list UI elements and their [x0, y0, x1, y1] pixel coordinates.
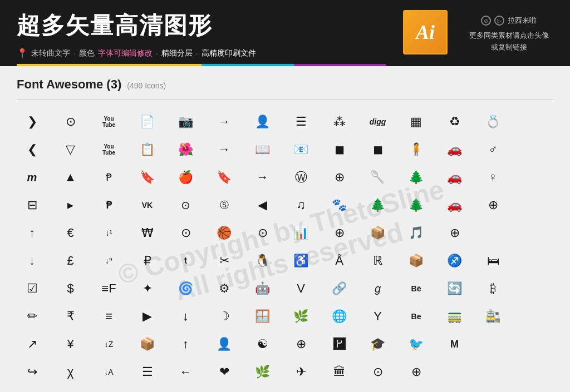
icon-cell[interactable]: ↗ [17, 331, 47, 358]
icon-cell[interactable]: ☯ [247, 331, 278, 358]
icon-cell[interactable]: ⊙ [247, 220, 278, 246]
icon-cell[interactable]: ⊕ [324, 164, 355, 191]
icon-cell[interactable]: ❮ [17, 136, 47, 163]
icon-cell[interactable]: 🪟 [247, 303, 278, 330]
icon-cell[interactable]: ❤ [209, 359, 239, 385]
icon-cell[interactable]: ↓ [170, 303, 201, 330]
icon-cell[interactable]: ↓¹ [94, 220, 124, 246]
icon-cell[interactable]: £ [55, 247, 86, 274]
icon-cell[interactable]: 🚃 [439, 303, 470, 330]
icon-cell[interactable]: ≡F [94, 275, 124, 302]
icon-cell[interactable]: digg [362, 108, 393, 135]
icon-cell[interactable]: ♻ [439, 108, 470, 135]
icon-cell[interactable]: ◀ [247, 192, 278, 219]
icon-cell[interactable]: Ᵽ [94, 192, 124, 219]
icon-cell[interactable]: YouTube [94, 136, 124, 163]
icon-cell[interactable]: ⊕ [478, 192, 508, 219]
icon-cell[interactable]: ⊙ [170, 220, 201, 246]
icon-cell[interactable]: g [362, 275, 393, 302]
icon-cell[interactable]: ◼ [362, 136, 393, 163]
icon-cell[interactable]: 📊 [286, 220, 316, 246]
icon-cell[interactable]: 🚗 [439, 192, 470, 219]
icon-cell[interactable]: ⊙ [362, 359, 393, 385]
icon-cell[interactable]: 👤 [247, 108, 278, 135]
icon-cell[interactable]: Å [324, 247, 355, 274]
icon-cell[interactable]: ⚙ [209, 275, 239, 302]
icon-cell[interactable]: 🐦 [401, 331, 431, 358]
icon-cell[interactable]: ♿ [286, 247, 316, 274]
icon-cell[interactable]: 📦 [362, 220, 393, 246]
icon-cell[interactable]: ₿ [478, 275, 508, 302]
icon-cell[interactable]: ✦ [132, 275, 163, 302]
icon-cell[interactable]: ✈ [286, 359, 316, 385]
icon-cell[interactable]: ↪ [17, 359, 47, 385]
icon-cell[interactable]: M [439, 331, 470, 358]
icon-cell[interactable]: ↓Z [94, 331, 124, 358]
icon-cell[interactable]: ≡ [94, 303, 124, 330]
icon-cell[interactable]: ◼ [324, 136, 355, 163]
icon-cell[interactable]: ↓ [17, 247, 47, 274]
icon-cell[interactable]: € [55, 220, 86, 246]
icon-cell[interactable]: ☑ [17, 275, 47, 302]
icon-cell[interactable]: ♂ [478, 136, 508, 163]
icon-cell[interactable]: ⁂ [324, 108, 355, 135]
icon-cell[interactable]: 📋 [132, 136, 163, 163]
icon-cell[interactable]: ₽ [132, 247, 163, 274]
icon-cell[interactable]: 🌲 [362, 192, 393, 219]
icon-cell[interactable]: 📧 [286, 136, 316, 163]
icon-cell[interactable]: 📦 [401, 247, 431, 274]
icon-cell[interactable]: 🎵 [401, 220, 431, 246]
icon-cell[interactable]: → [209, 108, 239, 135]
icon-cell[interactable]: ✏ [17, 303, 47, 330]
icon-cell[interactable]: ↓⁹ [94, 247, 124, 274]
icon-cell[interactable]: 🔗 [324, 275, 355, 302]
icon-cell[interactable]: YouTube [94, 108, 124, 135]
icon-cell[interactable]: ⊕ [439, 220, 470, 246]
icon-cell[interactable]: ₩ [132, 220, 163, 246]
icon-cell[interactable]: ⊙ [55, 108, 86, 135]
icon-cell[interactable]: t [170, 247, 201, 274]
icon-cell[interactable]: 🌲 [401, 164, 431, 191]
icon-cell[interactable]: 🔖 [132, 164, 163, 191]
icon-cell[interactable]: Bē [401, 275, 431, 302]
icon-cell[interactable]: ☽ [209, 303, 239, 330]
icon-cell[interactable]: ⊕ [286, 331, 316, 358]
icon-cell[interactable]: 🚗 [439, 136, 470, 163]
icon-cell[interactable]: 🔄 [439, 275, 470, 302]
icon-cell[interactable]: 🌺 [170, 136, 201, 163]
icon-cell[interactable]: 🌲 [401, 192, 431, 219]
icon-cell[interactable]: 🔖 [209, 164, 239, 191]
icon-cell[interactable]: ← [170, 359, 201, 385]
icon-cell[interactable]: 🛏 [478, 247, 508, 274]
icon-cell[interactable]: ↓A [94, 359, 124, 385]
icon-cell[interactable]: ✂ [209, 247, 239, 274]
icon-cell[interactable]: ↑ [17, 220, 47, 246]
icon-cell[interactable]: 🌿 [286, 303, 316, 330]
icon-cell[interactable]: Be [401, 303, 431, 330]
icon-cell[interactable]: 🥄 [362, 164, 393, 191]
icon-cell[interactable]: 📷 [170, 108, 201, 135]
icon-cell[interactable]: ♫ [286, 192, 316, 219]
icon-cell[interactable]: 🐧 [247, 247, 278, 274]
icon-cell[interactable]: ▸ [55, 192, 86, 219]
icon-cell[interactable]: ⊕ [401, 359, 431, 385]
icon-cell[interactable]: 🚗 [439, 164, 470, 191]
icon-cell[interactable]: Ⓦ [286, 164, 316, 191]
icon-cell[interactable]: ♀ [478, 164, 508, 191]
icon-cell[interactable]: ⊕ [324, 220, 355, 246]
icon-cell[interactable]: 📦 [132, 331, 163, 358]
icon-cell[interactable]: 🌐 [324, 303, 355, 330]
icon-cell[interactable]: → [247, 164, 278, 191]
icon-cell[interactable]: ☰ [286, 108, 316, 135]
icon-cell[interactable]: ☰ [132, 359, 163, 385]
icon-cell[interactable]: 📄 [132, 108, 163, 135]
icon-cell[interactable]: Y [362, 303, 393, 330]
icon-cell[interactable]: ⊟ [17, 192, 47, 219]
icon-cell[interactable]: $ [55, 275, 86, 302]
icon-cell[interactable]: Ᵽ [94, 164, 124, 191]
icon-cell[interactable]: 💍 [478, 108, 508, 135]
icon-cell[interactable]: ↑ [170, 331, 201, 358]
icon-cell[interactable]: ▶ [132, 303, 163, 330]
icon-cell[interactable]: 🌿 [247, 359, 278, 385]
icon-cell[interactable]: 🏛 [324, 359, 355, 385]
